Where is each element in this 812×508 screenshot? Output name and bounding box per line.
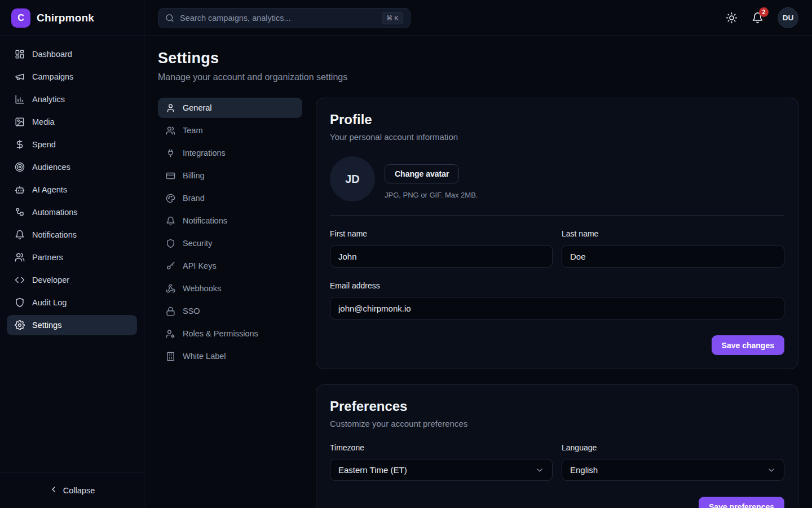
sidebar-item-spend[interactable]: Spend xyxy=(7,134,137,155)
sidebar-item-notifications[interactable]: Notifications xyxy=(7,225,137,245)
settings-nav-item-sso[interactable]: SSO xyxy=(158,301,302,321)
plug-icon xyxy=(166,148,175,158)
notifications-button[interactable]: 2 xyxy=(752,12,764,24)
avatar-hint: JPG, PNG or GIF. Max 2MB. xyxy=(385,191,478,199)
sidebar-nav: DashboardCampaignsAnalyticsMediaSpendAud… xyxy=(0,36,144,472)
sidebar-item-label: Partners xyxy=(32,253,63,262)
sidebar: C Chirpmonk DashboardCampaignsAnalyticsM… xyxy=(0,0,144,508)
last-name-input[interactable] xyxy=(562,245,784,268)
users-icon xyxy=(15,252,25,262)
settings-nav-item-billing[interactable]: Billing xyxy=(158,165,302,186)
sidebar-item-automations[interactable]: Automations xyxy=(7,202,137,222)
main-column: ⌘ K 2 DU Settings Manage your account an… xyxy=(144,0,812,508)
megaphone-icon xyxy=(15,72,25,82)
timezone-label: Timezone xyxy=(330,443,553,452)
timezone-value: Eastern Time (ET) xyxy=(338,465,407,475)
language-value: English xyxy=(570,465,598,475)
timezone-select[interactable]: Eastern Time (ET) xyxy=(330,459,553,481)
settings-page: Settings Manage your account and organiz… xyxy=(144,36,812,508)
gear-icon xyxy=(15,320,25,330)
sidebar-item-label: Spend xyxy=(32,140,56,149)
settings-nav-item-integrations[interactable]: Integrations xyxy=(158,143,302,163)
sidebar-item-partners[interactable]: Partners xyxy=(7,247,137,268)
sidebar-item-label: Dashboard xyxy=(32,50,72,59)
settings-nav-item-notifications[interactable]: Notifications xyxy=(158,211,302,231)
language-label: Language xyxy=(562,443,784,452)
settings-nav-item-label: SSO xyxy=(183,306,200,316)
sidebar-item-label: Campaigns xyxy=(32,72,73,81)
sidebar-item-developer[interactable]: Developer xyxy=(7,270,137,290)
sidebar-item-audit-log[interactable]: Audit Log xyxy=(7,292,137,313)
dollar-sign-icon xyxy=(15,139,25,150)
users-icon xyxy=(166,126,175,135)
workflow-icon xyxy=(15,207,25,217)
search-input[interactable] xyxy=(180,14,376,23)
sidebar-item-ai-agents[interactable]: AI Agents xyxy=(7,179,137,200)
profile-subtitle: Your personal account information xyxy=(330,132,784,142)
sidebar-item-label: Notifications xyxy=(32,230,77,239)
first-name-label: First name xyxy=(330,229,553,238)
sidebar-item-label: Settings xyxy=(32,321,61,330)
settings-nav-item-team[interactable]: Team xyxy=(158,120,302,141)
sidebar-item-settings[interactable]: Settings xyxy=(7,315,137,335)
palette-icon xyxy=(166,194,175,203)
sidebar-item-campaigns[interactable]: Campaigns xyxy=(7,67,137,87)
chevron-down-icon xyxy=(535,466,544,475)
settings-nav-item-roles-permissions[interactable]: Roles & Permissions xyxy=(158,323,302,344)
settings-nav-item-brand[interactable]: Brand xyxy=(158,188,302,208)
user-cog-icon xyxy=(166,329,175,339)
settings-nav-item-label: White Label xyxy=(183,352,226,361)
brand-logo: C xyxy=(11,8,30,28)
brand-header: C Chirpmonk xyxy=(0,0,144,36)
settings-nav-item-label: Team xyxy=(183,126,202,135)
app-root: C Chirpmonk DashboardCampaignsAnalyticsM… xyxy=(0,0,812,508)
dashboard-icon xyxy=(15,49,25,59)
search-shortcut-kbd: ⌘ K xyxy=(382,12,403,24)
code-icon xyxy=(15,275,25,285)
settings-nav-item-label: Brand xyxy=(183,194,205,203)
sidebar-item-label: Automations xyxy=(32,208,78,217)
user-icon xyxy=(166,103,175,113)
settings-nav-item-webhooks[interactable]: Webhooks xyxy=(158,278,302,299)
sidebar-item-label: Developer xyxy=(32,275,69,284)
sidebar-item-analytics[interactable]: Analytics xyxy=(7,89,137,110)
profile-title: Profile xyxy=(330,112,784,128)
settings-nav-item-label: API Keys xyxy=(183,261,217,270)
save-preferences-button[interactable]: Save preferences xyxy=(699,497,784,508)
shield-icon xyxy=(15,297,25,308)
search-box[interactable]: ⌘ K xyxy=(158,8,411,28)
email-label: Email address xyxy=(330,281,784,290)
change-avatar-button[interactable]: Change avatar xyxy=(385,164,459,183)
sidebar-item-media[interactable]: Media xyxy=(7,112,137,132)
bell-icon xyxy=(15,230,25,240)
settings-nav-item-label: General xyxy=(183,103,212,112)
bell-icon xyxy=(166,216,175,226)
settings-nav-item-security[interactable]: Security xyxy=(158,233,302,253)
user-avatar[interactable]: DU xyxy=(778,7,798,28)
settings-nav-item-label: Security xyxy=(183,239,212,248)
settings-nav-item-white-label[interactable]: White Label xyxy=(158,346,302,366)
sidebar-item-label: Audit Log xyxy=(32,298,67,307)
settings-nav-item-api-keys[interactable]: API Keys xyxy=(158,256,302,276)
key-icon xyxy=(166,261,175,271)
language-select[interactable]: English xyxy=(562,459,784,481)
sidebar-item-dashboard[interactable]: Dashboard xyxy=(7,44,137,64)
save-changes-button[interactable]: Save changes xyxy=(712,335,784,355)
settings-nav-item-label: Billing xyxy=(183,171,205,180)
image-icon xyxy=(15,117,25,127)
sidebar-item-audiences[interactable]: Audiences xyxy=(7,157,137,177)
first-name-input[interactable] xyxy=(330,245,553,268)
last-name-label: Last name xyxy=(562,229,784,238)
preferences-card: Preferences Customize your account prefe… xyxy=(316,384,798,508)
chevron-down-icon xyxy=(767,466,776,475)
bar-chart-icon xyxy=(15,94,25,104)
email-input[interactable] xyxy=(330,297,784,319)
credit-card-icon xyxy=(166,171,175,181)
collapse-label: Collapse xyxy=(63,486,95,495)
settings-nav-item-general[interactable]: General xyxy=(158,98,302,118)
theme-toggle-button[interactable] xyxy=(726,12,738,24)
sidebar-collapse-button[interactable]: Collapse xyxy=(0,472,144,508)
shield-icon xyxy=(166,239,175,248)
building-icon xyxy=(166,352,175,361)
settings-nav-item-label: Webhooks xyxy=(183,284,221,293)
